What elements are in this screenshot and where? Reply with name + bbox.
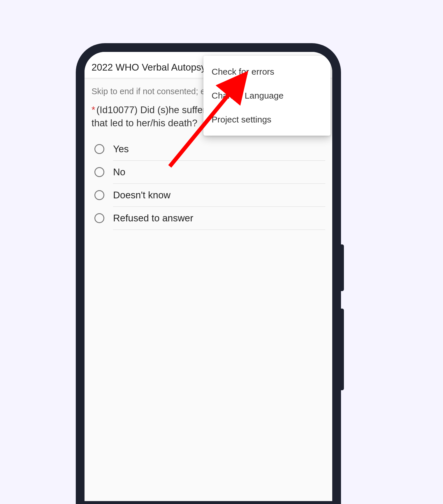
radio-label: Doesn't know — [113, 190, 170, 201]
phone-screen: 2022 WHO Verbal Autopsy Skip to end if n… — [85, 52, 332, 501]
menu-item-check-errors[interactable]: Check for errors — [203, 60, 331, 84]
overflow-menu: Check for errors Change Language Project… — [203, 56, 331, 136]
radio-icon — [94, 144, 104, 154]
phone-frame: 2022 WHO Verbal Autopsy Skip to end if n… — [76, 43, 341, 504]
menu-item-change-language[interactable]: Change Language — [203, 84, 331, 108]
radio-icon — [94, 213, 104, 223]
required-marker: * — [92, 104, 95, 115]
radio-option-refused[interactable]: Refused to answer — [92, 207, 325, 230]
radio-option-doesnt-know[interactable]: Doesn't know — [92, 184, 325, 206]
menu-item-project-settings[interactable]: Project settings — [203, 108, 331, 132]
radio-label: No — [113, 167, 125, 178]
phone-side-button — [340, 244, 344, 291]
divider — [113, 230, 325, 230]
radio-label: Yes — [113, 144, 129, 155]
radio-icon — [94, 190, 104, 200]
radio-icon — [94, 167, 104, 177]
radio-option-yes[interactable]: Yes — [92, 138, 325, 160]
radio-group: Yes No Doesn't know Refused to answer — [92, 138, 325, 230]
radio-option-no[interactable]: No — [92, 161, 325, 183]
radio-label: Refused to answer — [113, 213, 193, 224]
phone-side-button — [340, 309, 344, 390]
app-title: 2022 WHO Verbal Autopsy — [92, 62, 206, 73]
